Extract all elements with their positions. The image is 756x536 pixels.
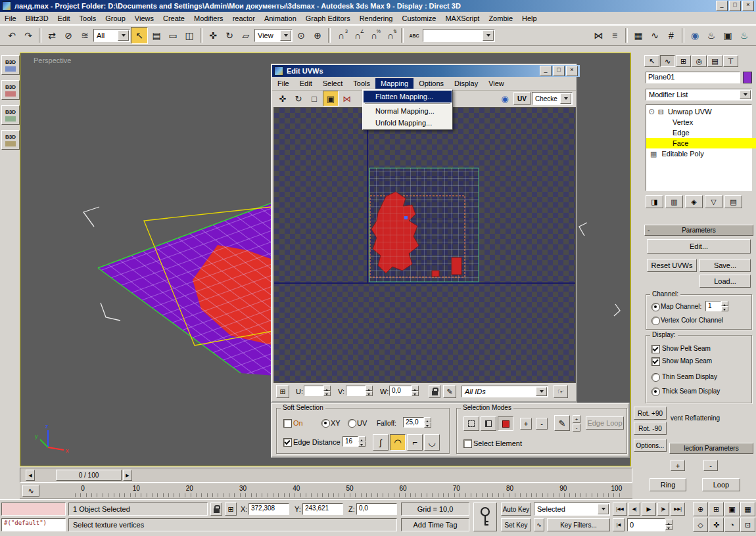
modifier-bulb-icon[interactable]: ʘ <box>646 108 656 116</box>
menu-zombie[interactable]: Zombie <box>484 13 517 24</box>
dialog-menu-edit[interactable]: Edit <box>295 78 318 89</box>
rotate-minus-90-button[interactable]: Rot. -90 <box>634 422 667 435</box>
show-pelt-seam-checkbox[interactable] <box>651 345 660 353</box>
dialog-minimize-button[interactable]: _ <box>540 66 552 76</box>
select-element-checkbox[interactable] <box>463 439 472 448</box>
snap-pencil-button[interactable]: ✎ <box>443 385 456 398</box>
previous-frame-button[interactable]: ◀| <box>628 502 640 516</box>
dialog-menu-options[interactable]: Options <box>413 78 449 89</box>
thick-seam-radio[interactable] <box>651 388 660 396</box>
time-slider-right-arrow[interactable]: ▶ <box>123 470 132 481</box>
set-keys-button[interactable] <box>473 502 497 531</box>
map-channel-field[interactable]: 1 <box>705 301 721 311</box>
menu-rendering[interactable]: Rendering <box>355 13 398 24</box>
object-name-field[interactable]: Plane01 <box>646 72 740 83</box>
combo-arrow-icon[interactable] <box>118 30 129 41</box>
time-slider-handle[interactable]: 0 / 100 <box>56 470 122 481</box>
w-spinner[interactable] <box>412 386 419 396</box>
menu-create[interactable]: Create <box>158 13 189 24</box>
schematic-view-button[interactable]: # <box>663 28 679 43</box>
use-pivot-center-button[interactable]: ⊙ <box>293 28 309 43</box>
map-channel-spinner[interactable] <box>721 301 728 311</box>
material-id-combo[interactable]: All IDs <box>461 386 548 397</box>
select-and-manipulate-button[interactable]: ⊕ <box>310 28 325 43</box>
stack-item-editable-poly[interactable]: ▦ Editable Poly <box>646 148 751 159</box>
layer-manager-button[interactable]: ▦ <box>630 28 646 43</box>
pan-hand-button[interactable]: ☞ <box>554 385 568 398</box>
z-coordinate-display[interactable]: 0,0 <box>356 503 397 515</box>
menu-reactor[interactable]: reactor <box>228 13 260 24</box>
falloff-curve-dip-button[interactable]: ◡ <box>424 434 440 451</box>
previous-key-button[interactable]: |◀ <box>613 518 625 531</box>
zoom-all-button[interactable]: ⊞ <box>709 502 724 516</box>
curve-editor-button[interactable]: ∿ <box>647 28 663 43</box>
combo-arrow-icon[interactable] <box>598 504 609 514</box>
set-key-button[interactable]: Set Key <box>501 518 531 531</box>
snaps-toggle-button[interactable]: ∩3 <box>333 28 349 43</box>
material-editor-button[interactable]: ◉ <box>687 28 703 43</box>
grow-selection-button[interactable]: + <box>671 460 685 471</box>
menu-item-normal-mapping[interactable]: Normal Mapping... <box>364 105 452 117</box>
menu-views[interactable]: Views <box>130 13 158 24</box>
combo-arrow-icon[interactable] <box>483 30 494 41</box>
stack-item-edge[interactable]: Edge <box>646 127 756 138</box>
redo-button[interactable]: ↷ <box>20 28 36 43</box>
uv-rotate-button[interactable]: ↻ <box>291 91 306 106</box>
reset-uvws-button[interactable]: Reset UVWs <box>647 259 697 272</box>
select-and-rotate-button[interactable]: ↻ <box>222 28 237 43</box>
v-spinner[interactable] <box>366 386 373 396</box>
b3d-button-4[interactable]: B3D <box>1 130 20 150</box>
dialog-menu-tools[interactable]: Tools <box>348 78 375 89</box>
map-channel-radio[interactable] <box>651 303 660 311</box>
quick-render-button[interactable]: ♨ <box>736 28 752 43</box>
close-button[interactable]: × <box>742 1 754 11</box>
collapse-icon[interactable]: ⊟ <box>658 108 666 116</box>
frame-spinner[interactable] <box>665 520 673 530</box>
falloff-curve-smooth-button[interactable]: ʃ <box>373 434 389 451</box>
edge-distance-spinner[interactable] <box>358 436 366 447</box>
combo-arrow-icon[interactable] <box>536 387 547 396</box>
make-unique-button[interactable]: ◈ <box>685 195 703 208</box>
u-spinner[interactable] <box>323 386 331 396</box>
menu-file[interactable]: File <box>0 13 21 24</box>
selection-lock-toggle[interactable] <box>210 502 222 516</box>
selection-parameters-rollout-cropped[interactable]: lection Parameters <box>669 443 753 454</box>
show-map-seam-checkbox[interactable] <box>651 357 660 366</box>
unlink-selection-button[interactable]: ⊘ <box>60 28 76 43</box>
uv-editor-canvas[interactable] <box>273 107 576 383</box>
object-color-swatch[interactable] <box>743 72 752 83</box>
go-to-end-button[interactable]: ▶▶| <box>671 502 685 516</box>
xy-falloff-radio[interactable] <box>321 419 330 428</box>
select-by-name-button[interactable]: ▤ <box>149 28 164 43</box>
face-mode-button[interactable] <box>498 416 513 431</box>
rotate-plus-90-button[interactable]: Rot. +90 <box>634 407 667 420</box>
uv-mirror-button[interactable]: ⋈ <box>340 91 354 106</box>
tab-hierarchy[interactable]: ⊞ <box>676 55 691 67</box>
menu-maxscript[interactable]: MAXScript <box>440 13 484 24</box>
maximize-button[interactable]: □ <box>729 1 741 11</box>
select-and-link-button[interactable]: ⇄ <box>44 28 60 43</box>
menu-edit[interactable]: Edit <box>53 13 75 24</box>
tab-motion[interactable]: ◎ <box>692 55 707 67</box>
spinner-snap-button[interactable]: ∩⇅ <box>383 28 398 43</box>
soft-selection-on-checkbox[interactable] <box>283 419 292 428</box>
key-filters-button[interactable]: Key Filters... <box>547 518 610 531</box>
options-button[interactable]: Options... <box>634 439 667 452</box>
b3d-button-3[interactable]: B3D <box>1 105 20 125</box>
lock-selection-button[interactable] <box>429 385 440 398</box>
zoom-button[interactable]: ⊕ <box>693 502 708 516</box>
absolute-offset-toggle[interactable]: ⊞ <box>225 502 237 516</box>
play-button[interactable]: ▶ <box>642 502 656 516</box>
falloff-curve-dome-button[interactable]: ◠ <box>390 434 406 451</box>
configure-modifier-sets-button[interactable]: ▤ <box>724 195 742 208</box>
pan-view-button[interactable]: ✜ <box>709 518 724 532</box>
parameters-rollout-header[interactable]: - Parameters <box>644 225 753 236</box>
reference-coordinate-combo[interactable]: View <box>254 29 293 42</box>
show-end-result-button[interactable]: ▥ <box>665 195 683 208</box>
menu-item-flatten-mapping[interactable]: Flatten Mapping... <box>364 91 452 102</box>
menu-item-unfold-mapping[interactable]: Unfold Mapping... <box>364 117 452 129</box>
y-coordinate-display[interactable]: 243,621 <box>302 503 343 515</box>
shrink-selection-button[interactable]: - <box>703 460 718 471</box>
maximize-viewport-toggle[interactable]: ⊡ <box>740 518 755 532</box>
named-selection-sets-button[interactable]: ABC <box>406 28 422 43</box>
